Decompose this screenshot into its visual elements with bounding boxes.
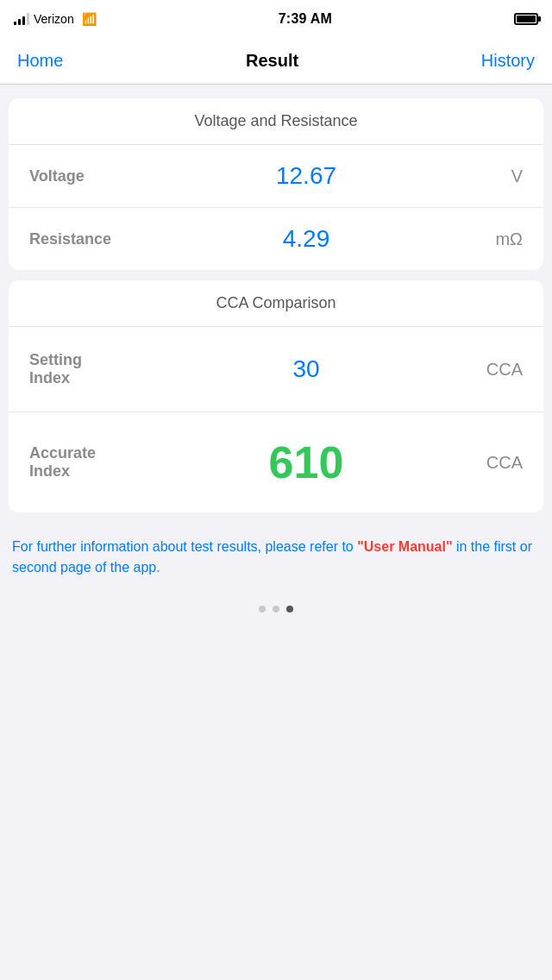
content-area: Voltage and Resistance Voltage 12.67 V R… [0,85,552,644]
setting-index-row: Setting Index 30 CCA [9,327,543,412]
cca-card-header: CCA Comparison [9,280,543,327]
resistance-value: 4.29 [150,225,462,253]
setting-index-label: Setting Index [29,351,150,387]
page-dot-2[interactable] [273,606,279,612]
history-button[interactable]: History [481,51,535,71]
cca-comparison-card: CCA Comparison Setting Index 30 CCA Accu… [9,280,543,512]
voltage-value: 12.67 [150,162,462,190]
status-time: 7:39 AM [279,11,332,27]
accurate-index-unit: CCA [462,453,523,473]
voltage-label: Voltage [29,167,150,185]
bottom-text-prefix: For further information about test resul… [12,539,357,554]
wifi-icon: 📶 [82,12,97,26]
voltage-row: Voltage 12.67 V [9,145,543,208]
accurate-index-value: 610 [150,437,462,488]
accurate-index-row: Accurate Index 610 CCA [9,412,543,512]
bottom-info-text: For further information about test resul… [0,523,552,585]
status-right [514,13,538,25]
resistance-label: Resistance [29,230,150,248]
carrier-label: Verizon [34,12,74,26]
status-bar: Verizon 📶 7:39 AM [0,0,552,38]
signal-icon [14,13,29,25]
setting-index-unit: CCA [462,360,523,380]
page-dots [0,595,552,630]
resistance-row: Resistance 4.29 mΩ [9,208,543,270]
nav-bar: Home Result History [0,38,552,85]
voltage-card-header: Voltage and Resistance [9,98,543,145]
page-dot-3[interactable] [286,606,293,612]
battery-fill [517,16,536,22]
page-title: Result [246,51,298,71]
status-left: Verizon 📶 [14,12,97,26]
home-button[interactable]: Home [17,51,63,71]
voltage-resistance-card: Voltage and Resistance Voltage 12.67 V R… [9,98,543,270]
setting-index-value: 30 [150,355,462,383]
voltage-unit: V [462,166,523,186]
resistance-unit: mΩ [462,229,523,249]
user-manual-link[interactable]: "User Manual" [357,539,452,554]
accurate-index-label: Accurate Index [29,444,150,481]
battery-icon [514,13,538,25]
page-dot-1[interactable] [259,606,266,612]
